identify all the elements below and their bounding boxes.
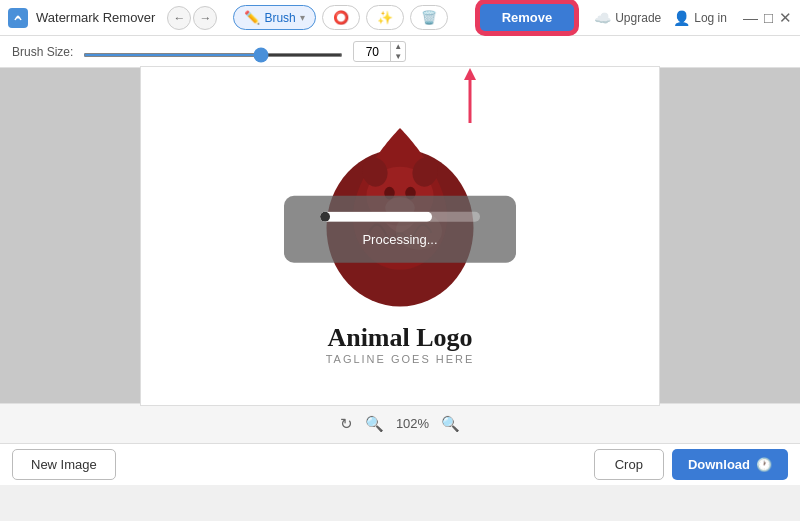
- brush-increment-button[interactable]: ▲: [391, 42, 405, 52]
- right-action-buttons: Crop Download 🕐: [594, 449, 788, 480]
- magic-tool-button[interactable]: ✨: [366, 5, 404, 30]
- brush-bar: Brush Size: 70 ▲ ▼: [0, 36, 800, 68]
- brush-icon: ✏️: [244, 10, 260, 25]
- logo-tagline: TAGLINE GOES HERE: [326, 353, 475, 365]
- zoom-out-icon[interactable]: 🔍: [365, 415, 384, 433]
- maximize-button[interactable]: □: [764, 10, 773, 25]
- progress-dot: [320, 211, 330, 221]
- magic-icon: ✨: [377, 10, 393, 25]
- main-canvas-area: Animal Logo TAGLINE GOES HERE Processing…: [0, 68, 800, 403]
- brush-arrows: ▲ ▼: [390, 42, 405, 61]
- progress-bar: [320, 211, 480, 221]
- app-title: Watermark Remover: [36, 10, 155, 25]
- processing-text: Processing...: [362, 231, 437, 246]
- logo-title: Animal Logo: [326, 323, 475, 353]
- brush-size-slider[interactable]: [83, 53, 343, 57]
- close-button[interactable]: ✕: [779, 10, 792, 25]
- processing-overlay: Processing...: [284, 195, 516, 262]
- user-icon: 👤: [673, 10, 690, 26]
- brush-value-input[interactable]: 70: [354, 44, 390, 60]
- nav-back-button[interactable]: ←: [167, 6, 191, 30]
- upgrade-icon: ☁️: [594, 10, 611, 26]
- window-controls: — □ ✕: [743, 10, 792, 25]
- login-link[interactable]: 👤 Log in: [673, 10, 727, 26]
- brush-value-box: 70 ▲ ▼: [353, 41, 406, 62]
- zoom-level: 102%: [396, 416, 429, 431]
- logo-text-area: Animal Logo TAGLINE GOES HERE: [326, 323, 475, 365]
- svg-point-1: [17, 15, 20, 18]
- erase-icon: 🗑️: [421, 10, 437, 25]
- lasso-icon: ⭕: [333, 10, 349, 25]
- canvas-background: Animal Logo TAGLINE GOES HERE Processing…: [140, 66, 660, 406]
- download-button[interactable]: Download 🕐: [672, 449, 788, 480]
- crop-button[interactable]: Crop: [594, 449, 664, 480]
- brush-tool-button[interactable]: ✏️ Brush ▾: [233, 5, 315, 30]
- progress-bar-fill: [320, 211, 432, 221]
- upgrade-link[interactable]: ☁️ Upgrade: [594, 10, 661, 26]
- titlebar: Watermark Remover ← → ✏️ Brush ▾ ⭕ ✨ 🗑️ …: [0, 0, 800, 36]
- remove-button[interactable]: Remove: [480, 4, 575, 31]
- zoom-bar: ↻ 🔍 102% 🔍: [0, 403, 800, 443]
- right-actions: ☁️ Upgrade 👤 Log in: [594, 10, 727, 26]
- rotate-icon[interactable]: ↻: [340, 415, 353, 433]
- lasso-tool-button[interactable]: ⭕: [322, 5, 360, 30]
- brush-size-label: Brush Size:: [12, 45, 73, 59]
- action-bar: New Image Crop Download 🕐: [0, 443, 800, 485]
- remove-button-wrap: Remove: [480, 4, 575, 31]
- brush-decrement-button[interactable]: ▼: [391, 52, 405, 62]
- zoom-in-icon[interactable]: 🔍: [441, 415, 460, 433]
- minimize-button[interactable]: —: [743, 10, 758, 25]
- nav-buttons: ← →: [167, 6, 217, 30]
- app-icon: [8, 8, 28, 28]
- erase-tool-button[interactable]: 🗑️: [410, 5, 448, 30]
- nav-forward-button[interactable]: →: [193, 6, 217, 30]
- clock-icon: 🕐: [756, 457, 772, 472]
- download-label: Download: [688, 457, 750, 472]
- new-image-button[interactable]: New Image: [12, 449, 116, 480]
- brush-slider-wrap: [83, 43, 343, 61]
